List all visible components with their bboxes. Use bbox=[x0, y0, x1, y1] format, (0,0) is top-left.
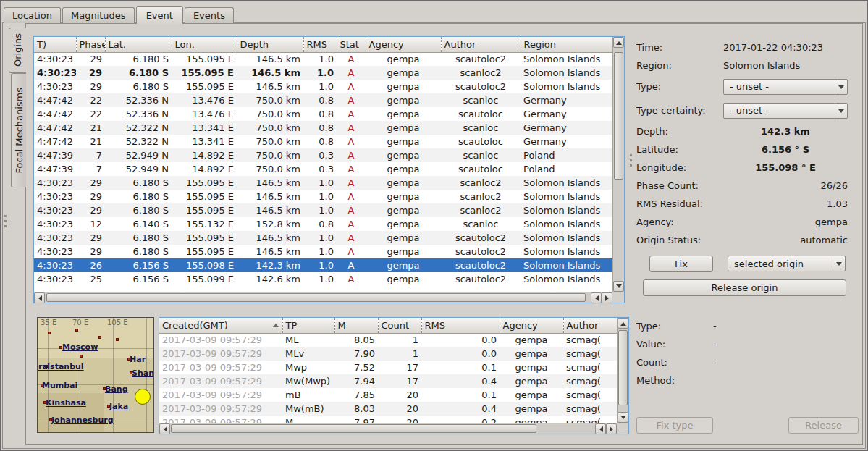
cell-stat[interactable]: A bbox=[337, 231, 366, 245]
cell-time[interactable]: 4:30:23 bbox=[34, 52, 76, 66]
scroll-left-icon[interactable] bbox=[159, 423, 170, 434]
tab-event[interactable]: Event bbox=[136, 6, 183, 24]
cell-agency[interactable]: gempa bbox=[366, 148, 441, 162]
cell-lat[interactable]: 6.156 S bbox=[105, 272, 172, 286]
cell-agency[interactable]: gempa bbox=[366, 52, 441, 66]
cell-rms[interactable]: 0.8 bbox=[303, 121, 337, 135]
column-header-rms[interactable]: RMS bbox=[303, 37, 337, 52]
splitter-handle[interactable] bbox=[4, 215, 7, 229]
cell-depth[interactable]: 146.5 km bbox=[237, 245, 303, 258]
cell-depth[interactable]: 146.5 km bbox=[237, 80, 303, 93]
cell-lat[interactable]: 52.322 N bbox=[105, 135, 172, 148]
cell-rms[interactable]: 1.0 bbox=[303, 52, 337, 66]
cell-lat[interactable]: 52.336 N bbox=[105, 107, 172, 121]
cell-time[interactable]: 4:47:42 bbox=[34, 93, 76, 107]
cell-created[interactable]: 2017-03-09 09:57:29 bbox=[159, 416, 282, 423]
table-row[interactable]: 4:47:39752.949 N14.892 E750.0 km0.3Agemp… bbox=[34, 148, 612, 162]
cell-lon[interactable]: 13.341 E bbox=[172, 121, 237, 135]
cell-agency[interactable]: gempa bbox=[500, 333, 563, 347]
cell-lon[interactable]: 14.892 E bbox=[172, 148, 237, 162]
table-row[interactable]: 4:30:23266.156 S155.098 E142.3 km1.0Agem… bbox=[34, 258, 612, 272]
cell-m[interactable]: 7.85 bbox=[334, 388, 378, 402]
cell-lat[interactable]: 52.322 N bbox=[105, 121, 172, 135]
cell-rms[interactable]: 0.8 bbox=[303, 135, 337, 148]
cell-region[interactable]: Poland bbox=[521, 148, 612, 162]
cell-author[interactable]: scanloc2 bbox=[441, 66, 521, 80]
cell-time[interactable]: 4:30:23 bbox=[34, 272, 76, 286]
scroll-up-icon[interactable] bbox=[613, 37, 624, 48]
cell-stat[interactable]: A bbox=[337, 176, 366, 190]
origins-vscrollbar[interactable] bbox=[612, 37, 624, 292]
cell-rms[interactable]: 1.0 bbox=[303, 231, 337, 245]
cell-rms[interactable]: 0.4 bbox=[421, 374, 500, 388]
release-magnitude-button[interactable]: Release bbox=[788, 417, 859, 434]
cell-region[interactable]: Poland bbox=[521, 162, 612, 176]
cell-depth[interactable]: 146.5 km bbox=[237, 66, 303, 80]
cell-tp[interactable]: ML bbox=[282, 333, 334, 347]
combo-type-certainty[interactable]: - unset - bbox=[723, 103, 848, 119]
cell-m[interactable]: 7.94 bbox=[334, 374, 378, 388]
cell-lon[interactable]: 155.095 E bbox=[172, 52, 237, 66]
cell-depth[interactable]: 146.5 km bbox=[237, 52, 303, 66]
column-header-m[interactable]: M bbox=[334, 318, 378, 333]
cell-agency[interactable]: gempa bbox=[366, 66, 441, 80]
cell-author[interactable]: scautoloc2 bbox=[441, 258, 521, 272]
table-row[interactable]: 2017-03-09 09:57:29ML8.0510.0gempascmag( bbox=[159, 333, 617, 347]
cell-author[interactable]: scanloc bbox=[441, 93, 521, 107]
cell-rms[interactable]: 1.0 bbox=[303, 66, 337, 80]
scroll-left-icon[interactable] bbox=[595, 423, 606, 434]
cell-author[interactable]: scmag( bbox=[563, 374, 617, 388]
cell-agency[interactable]: gempa bbox=[366, 217, 441, 231]
column-header-tp[interactable]: TP bbox=[282, 318, 334, 333]
cell-depth[interactable]: 146.5 km bbox=[237, 231, 303, 245]
table-row[interactable]: 4:30:23296.180 S155.095 E146.5 km1.0Agem… bbox=[34, 80, 612, 93]
cell-lon[interactable]: 155.099 E bbox=[172, 272, 237, 286]
cell-stat[interactable]: A bbox=[337, 52, 366, 66]
cell-time[interactable]: 4:30:23 bbox=[34, 231, 76, 245]
cell-time[interactable]: 4:30:23 bbox=[34, 245, 76, 258]
cell-stat[interactable]: A bbox=[337, 121, 366, 135]
side-tab-origins[interactable]: Origins bbox=[9, 28, 26, 73]
table-row[interactable]: 4:30:23126.140 S155.132 E152.8 km0.8Agem… bbox=[34, 217, 612, 231]
cell-depth[interactable]: 750.0 km bbox=[237, 148, 303, 162]
cell-region[interactable]: Solomon Islands bbox=[521, 258, 612, 272]
cell-rms[interactable]: 0.0 bbox=[421, 347, 500, 361]
cell-stat[interactable]: A bbox=[337, 272, 366, 286]
cell-agency[interactable]: gempa bbox=[366, 190, 441, 203]
cell-lon[interactable]: 155.095 E bbox=[172, 231, 237, 245]
cell-depth[interactable]: 146.5 km bbox=[237, 176, 303, 190]
cell-region[interactable]: Solomon Islands bbox=[521, 245, 612, 258]
cell-lat[interactable]: 52.949 N bbox=[105, 148, 172, 162]
column-header-lat[interactable]: Lat. bbox=[105, 37, 172, 52]
cell-phase[interactable]: 21 bbox=[76, 135, 105, 148]
cell-lat[interactable]: 6.180 S bbox=[105, 80, 172, 93]
cell-stat[interactable]: A bbox=[337, 66, 366, 80]
cell-lat[interactable]: 6.180 S bbox=[105, 203, 172, 217]
scrollbar-track[interactable] bbox=[170, 423, 595, 434]
table-row[interactable]: 4:30:23296.180 S155.095 E146.5 km1.0Agem… bbox=[34, 52, 612, 66]
cell-agency[interactable]: gempa bbox=[366, 93, 441, 107]
cell-depth[interactable]: 750.0 km bbox=[237, 93, 303, 107]
cell-author[interactable]: scmag( bbox=[563, 333, 617, 347]
scrollbar-track[interactable] bbox=[45, 292, 591, 303]
cell-m[interactable]: 7.52 bbox=[334, 361, 378, 374]
cell-lat[interactable]: 6.180 S bbox=[105, 245, 172, 258]
cell-rms[interactable]: 1.0 bbox=[303, 190, 337, 203]
cell-lat[interactable]: 52.336 N bbox=[105, 93, 172, 107]
splitter-handle[interactable] bbox=[630, 154, 632, 169]
cell-author[interactable]: scmag( bbox=[563, 361, 617, 374]
cell-phase[interactable]: 12 bbox=[76, 217, 105, 231]
cell-agency[interactable]: gempa bbox=[366, 245, 441, 258]
cell-agency[interactable]: gempa bbox=[366, 135, 441, 148]
cell-rms[interactable]: 0.8 bbox=[303, 93, 337, 107]
cell-author[interactable]: scanloc2 bbox=[441, 176, 521, 190]
cell-rms[interactable]: 0.3 bbox=[303, 148, 337, 162]
cell-agency[interactable]: gempa bbox=[366, 258, 441, 272]
cell-phase[interactable]: 29 bbox=[76, 66, 105, 80]
cell-count[interactable]: 1 bbox=[378, 333, 421, 347]
cell-tp[interactable]: Mwp bbox=[282, 361, 334, 374]
cell-author[interactable]: scautoloc bbox=[441, 107, 521, 121]
cell-rms[interactable]: 1.0 bbox=[303, 245, 337, 258]
cell-rms[interactable]: 0.1 bbox=[421, 361, 500, 374]
cell-lon[interactable]: 155.095 E bbox=[172, 176, 237, 190]
